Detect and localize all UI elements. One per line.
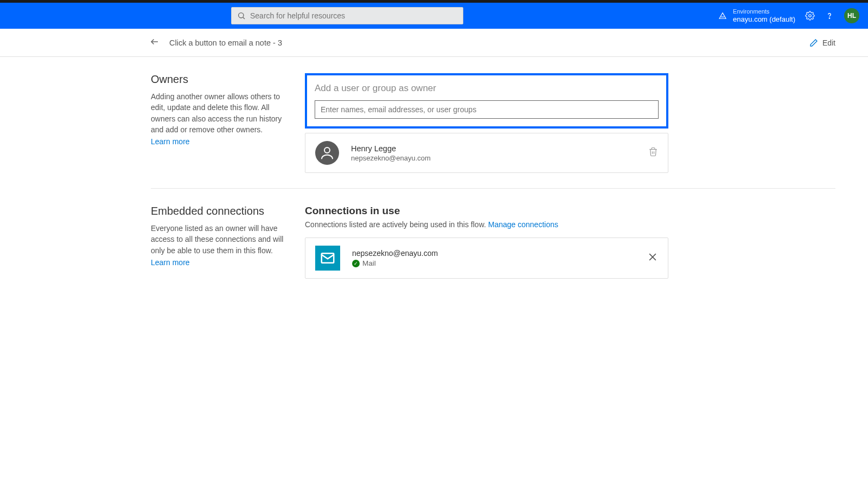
- environment-name: enayu.com (default): [733, 15, 795, 24]
- connections-learn-more-link[interactable]: Learn more: [151, 258, 190, 267]
- page-header: Click a button to email a note - 3 Edit: [0, 29, 868, 57]
- svg-point-3: [809, 15, 812, 17]
- owner-name: Henry Legge: [351, 144, 431, 153]
- environment-label: Environments: [733, 8, 795, 15]
- owners-desc: Adding another owner allows others to ed…: [151, 91, 289, 135]
- settings-button[interactable]: [805, 11, 815, 21]
- environment-text: Environments enayu.com (default): [733, 8, 795, 24]
- edit-icon: [809, 38, 818, 47]
- svg-point-4: [829, 18, 829, 18]
- search-input[interactable]: [250, 11, 457, 20]
- connections-subtext: Connections listed are actively being us…: [305, 220, 668, 229]
- manage-connections-link[interactable]: Manage connections: [488, 220, 558, 229]
- add-owner-input[interactable]: [315, 100, 659, 119]
- page-title: Click a button to email a note - 3: [169, 38, 282, 47]
- edit-label: Edit: [822, 38, 835, 47]
- close-icon: [647, 252, 658, 262]
- owner-email: nepsezekno@enayu.com: [351, 154, 431, 162]
- connections-heading: Embedded connections: [151, 205, 289, 217]
- owners-learn-more-link[interactable]: Learn more: [151, 137, 190, 146]
- owners-section: Owners Adding another owner allows other…: [151, 57, 835, 189]
- top-navbar: Environments enayu.com (default) HL: [0, 3, 868, 29]
- global-search[interactable]: [231, 7, 463, 24]
- environment-icon: [718, 11, 727, 21]
- owner-info: Henry Legge nepsezekno@enayu.com: [351, 144, 431, 162]
- topbar-right: Environments enayu.com (default) HL: [718, 8, 859, 24]
- connections-section: Embedded connections Everyone listed as …: [151, 189, 835, 294]
- connection-label: Mail: [362, 259, 376, 267]
- owner-card: Henry Legge nepsezekno@enayu.com: [305, 133, 668, 173]
- connection-label-row: ✓ Mail: [352, 259, 438, 267]
- svg-point-6: [324, 147, 330, 153]
- connection-card: nepsezekno@enayu.com ✓ Mail: [305, 237, 668, 279]
- user-avatar[interactable]: HL: [844, 8, 859, 23]
- connection-email: nepsezekno@enayu.com: [352, 249, 438, 258]
- back-button[interactable]: [150, 37, 159, 49]
- mail-icon: [315, 246, 340, 271]
- trash-icon: [648, 147, 658, 157]
- environment-picker[interactable]: Environments enayu.com (default): [718, 8, 795, 24]
- delete-owner-button[interactable]: [648, 147, 658, 159]
- add-owner-title: Add a user or group as owner: [315, 83, 659, 94]
- owners-heading: Owners: [151, 73, 289, 86]
- help-button[interactable]: [825, 11, 834, 21]
- connection-info: nepsezekno@enayu.com ✓ Mail: [352, 249, 438, 267]
- connections-desc: Everyone listed as an owner will have ac…: [151, 223, 289, 256]
- check-icon: ✓: [352, 260, 360, 267]
- person-icon: [315, 141, 339, 165]
- connections-in-use-heading: Connections in use: [305, 205, 668, 217]
- edit-button[interactable]: Edit: [809, 38, 835, 47]
- search-icon: [237, 11, 246, 20]
- svg-point-0: [239, 13, 244, 18]
- svg-line-1: [243, 17, 245, 19]
- add-owner-box: Add a user or group as owner: [305, 73, 668, 129]
- remove-connection-button[interactable]: [647, 252, 658, 265]
